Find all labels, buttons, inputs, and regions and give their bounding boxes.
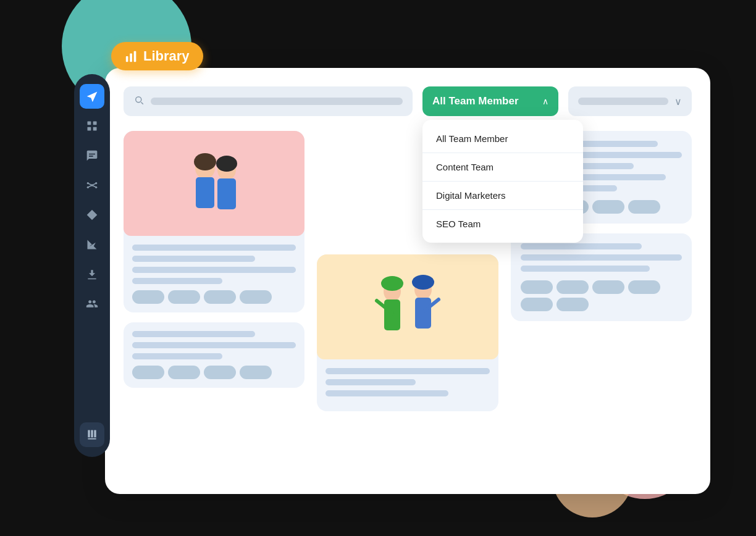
card-tag <box>592 200 624 214</box>
svg-line-14 <box>88 185 92 187</box>
card-line <box>132 342 296 348</box>
card-tag <box>521 298 553 311</box>
card-1-tags <box>132 290 296 304</box>
svg-rect-0 <box>126 56 128 62</box>
card-line <box>326 390 448 396</box>
card-2 <box>317 254 498 411</box>
card-tag <box>592 280 624 294</box>
card-tag <box>556 298 589 311</box>
right-card-tags-bottom <box>521 280 682 311</box>
search-input-placeholder <box>151 98 403 105</box>
sidebar-item-chat[interactable] <box>80 143 104 168</box>
card-line <box>132 256 255 262</box>
card-tag <box>204 290 236 304</box>
card-tag <box>204 366 236 379</box>
dropdown-option-digital[interactable]: Digital Marketers <box>422 182 583 210</box>
card-tag <box>132 290 164 304</box>
card-line <box>521 243 642 249</box>
chevron-up-icon: ∧ <box>542 96 548 106</box>
svg-point-17 <box>194 153 216 170</box>
sidebar-item-chart[interactable] <box>80 232 104 257</box>
card-line <box>132 267 296 273</box>
search-icon <box>133 94 145 109</box>
card-2-body <box>317 359 498 411</box>
svg-rect-5 <box>88 127 91 131</box>
svg-line-13 <box>92 183 96 185</box>
svg-rect-2 <box>134 51 136 62</box>
sidebar-item-library[interactable] <box>80 422 104 447</box>
svg-rect-18 <box>196 177 214 208</box>
svg-line-15 <box>92 185 96 187</box>
team-dropdown-menu: All Team Member Content Team Digital Mar… <box>422 120 583 243</box>
card-1 <box>124 131 304 312</box>
svg-rect-1 <box>130 53 132 62</box>
card-1b <box>124 322 304 388</box>
library-badge-text: Library <box>143 48 190 64</box>
card-line <box>132 245 296 251</box>
content-grid <box>124 131 692 411</box>
card-line <box>521 266 650 272</box>
card-2-image <box>317 254 498 359</box>
svg-rect-4 <box>93 122 97 125</box>
dropdown-option-seo[interactable]: SEO Team <box>422 210 583 238</box>
sidebar-item-diamond[interactable] <box>80 203 104 227</box>
main-content-card: All Team Member ∧ All Team Member Conten… <box>105 68 710 494</box>
svg-point-23 <box>381 276 403 291</box>
card-line <box>521 254 682 261</box>
svg-rect-21 <box>217 178 236 209</box>
card-tag <box>240 290 272 304</box>
card-tag <box>240 366 272 379</box>
right-card-bottom <box>511 233 692 321</box>
card-1b-tags <box>132 366 296 379</box>
sidebar-item-navigation[interactable] <box>80 84 104 109</box>
card-line <box>132 331 255 337</box>
sidebar-item-grid[interactable] <box>80 114 104 138</box>
sidebar-item-nodes[interactable] <box>80 173 104 198</box>
card-line <box>132 353 222 359</box>
card-line <box>326 379 416 385</box>
card-line <box>326 368 489 374</box>
card-tag <box>168 366 200 379</box>
card-tag <box>556 280 589 294</box>
chevron-down-icon: ∨ <box>674 96 682 107</box>
library-badge: Library <box>111 42 203 70</box>
right-card-lines <box>521 243 682 272</box>
card-tag <box>132 366 164 379</box>
card-tag <box>521 280 553 294</box>
team-filter-dropdown[interactable]: All Team Member ∧ All Team Member Conten… <box>422 86 558 116</box>
svg-point-26 <box>412 275 434 290</box>
dropdown-selected-label: All Team Member <box>432 95 535 107</box>
card-line <box>132 278 222 284</box>
filter-placeholder <box>578 98 668 105</box>
sidebar-item-download[interactable] <box>80 262 104 287</box>
filter-bar: All Team Member ∧ All Team Member Conten… <box>124 86 692 116</box>
svg-point-20 <box>216 156 237 172</box>
sidebar-item-team[interactable] <box>80 291 104 316</box>
dropdown-option-content[interactable]: Content Team <box>422 153 583 182</box>
card-1b-body <box>124 322 304 388</box>
card-1-image <box>124 131 304 236</box>
svg-rect-6 <box>93 127 97 131</box>
card-tag <box>628 280 660 294</box>
card-tag <box>168 290 200 304</box>
card-tag <box>628 200 660 214</box>
workers-illustration <box>358 258 457 356</box>
couple-illustration <box>165 134 264 233</box>
chart-icon <box>125 49 138 63</box>
svg-line-12 <box>88 183 92 185</box>
search-box[interactable] <box>124 86 413 116</box>
dropdown-option-all[interactable]: All Team Member <box>422 125 583 153</box>
sidebar <box>74 74 110 457</box>
secondary-filter[interactable]: ∨ <box>568 86 692 116</box>
svg-rect-3 <box>88 122 91 125</box>
card-1-body <box>124 236 304 312</box>
